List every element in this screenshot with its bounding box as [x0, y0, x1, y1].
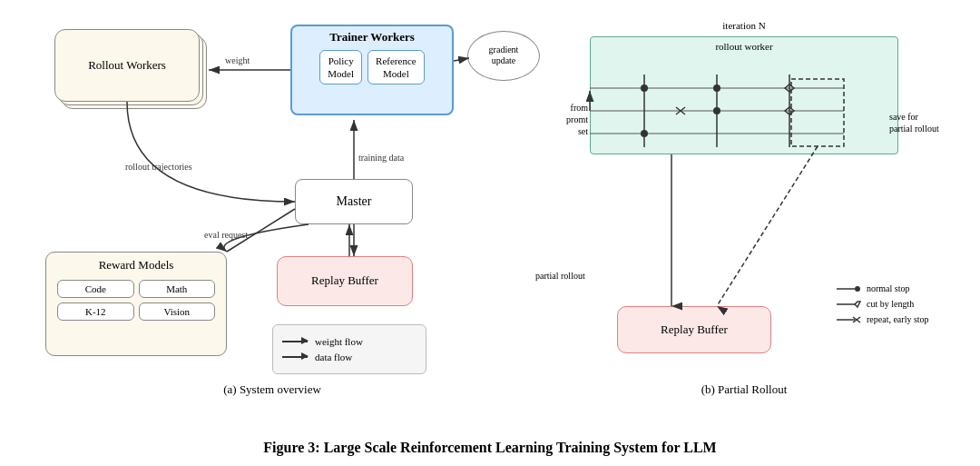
rollout-workers-label: Rollout Workers [88, 58, 166, 73]
reward-models-title: Reward Models [46, 253, 226, 276]
svg-text:weight: weight [225, 55, 250, 65]
iteration-n-label: iteration N [590, 20, 898, 31]
rollout-card-front: Rollout Workers [54, 29, 200, 102]
gradient-update-label: gradientupdate [489, 45, 519, 66]
replay-buffer-label: Replay Buffer [311, 273, 378, 288]
gradient-update-cloud: gradientupdate [467, 31, 540, 81]
svg-point-12 [855, 286, 860, 292]
rollout-worker-label: rollout worker [591, 37, 897, 55]
weight-flow-line [282, 341, 308, 342]
cut-by-length-text: cut by length [867, 299, 914, 309]
right-legend: normal stop cut by length repeat, early … [835, 283, 953, 330]
replay-buffer-box: Replay Buffer [277, 256, 413, 306]
reward-models-grid: Code Math K-12 Vision [46, 276, 226, 324]
from-promt-text: frompromtset [566, 103, 588, 136]
svg-text:rollout trajectories: rollout trajectories [125, 162, 192, 172]
cut-by-length-legend: cut by length [835, 299, 953, 310]
reward-math: Math [139, 280, 216, 298]
data-flow-legend: data flow [282, 352, 416, 362]
replay-buffer-right-label: Replay Buffer [661, 322, 728, 337]
rollout-worker-box: rollout worker [590, 36, 898, 154]
legend-box: weight flow data flow [272, 324, 426, 374]
cut-by-length-icon [835, 299, 862, 310]
right-diagram: iteration N rollout worker frompromtset … [535, 11, 953, 402]
svg-text:training data: training data [358, 153, 405, 163]
weight-flow-text: weight flow [315, 336, 363, 347]
normal-stop-icon [835, 283, 862, 294]
data-flow-arrow-icon [282, 356, 308, 358]
normal-stop-legend: normal stop [835, 283, 953, 294]
svg-line-37 [717, 146, 818, 306]
replay-buffer-right-box: Replay Buffer [617, 306, 771, 353]
data-flow-text: data flow [315, 352, 352, 362]
right-diagram-label: (b) Partial Rollout [535, 382, 953, 397]
from-promt-set-label: frompromtset [535, 102, 588, 137]
left-diagram-label: (a) System overview [27, 382, 517, 397]
partial-rollout-label: partial rollout [535, 270, 588, 282]
repeat-early-stop-text: repeat, early stop [867, 314, 929, 324]
master-label: Master [337, 194, 372, 209]
reward-k12: K-12 [57, 302, 134, 321]
reward-vision: Vision [139, 302, 216, 321]
reward-code: Code [57, 280, 134, 298]
save-for-partial-text: save forpartial rollout [889, 112, 939, 134]
trainer-workers-title: Trainer Workers [292, 26, 452, 46]
svg-text:eval request: eval request [204, 230, 248, 240]
figure-caption: Figure 3: Large Scale Reinforcement Lear… [27, 440, 953, 456]
svg-marker-14 [855, 302, 860, 307]
master-box: Master [295, 179, 413, 224]
weight-flow-legend: weight flow [282, 336, 416, 347]
normal-stop-text: normal stop [867, 283, 910, 293]
reference-model-box: ReferenceModel [368, 50, 425, 85]
weight-flow-arrow-icon [282, 341, 308, 342]
trainer-inner: PolicyModel ReferenceModel [292, 46, 452, 89]
left-diagram: Rollout Workers Trainer Workers PolicyMo… [27, 11, 517, 402]
repeat-early-stop-icon [835, 314, 862, 325]
reward-models-box: Reward Models Code Math K-12 Vision [45, 252, 227, 356]
save-for-partial-label: save forpartial rollout [889, 111, 953, 134]
partial-rollout-text: partial rollout [535, 271, 585, 281]
policy-model-box: PolicyModel [319, 50, 362, 85]
trainer-workers-box: Trainer Workers PolicyModel ReferenceMod… [290, 25, 454, 115]
reference-model-label: ReferenceModel [376, 55, 416, 79]
data-flow-line [282, 356, 308, 358]
policy-model-label: PolicyModel [328, 55, 354, 79]
repeat-early-stop-legend: repeat, early stop [835, 314, 953, 325]
gradient-update-shape: gradientupdate [467, 31, 540, 81]
figure-container: Rollout Workers Trainer Workers PolicyMo… [27, 11, 953, 456]
